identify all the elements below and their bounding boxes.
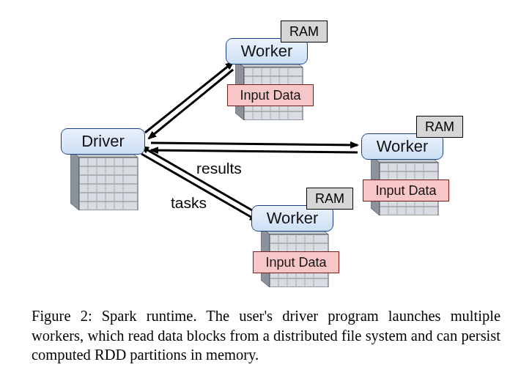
svg-line-0 bbox=[145, 62, 233, 133]
ram-box: RAM bbox=[281, 21, 328, 42]
input-data-box: Input Data bbox=[227, 84, 314, 106]
ram-box: RAM bbox=[416, 116, 463, 138]
svg-line-3 bbox=[151, 150, 358, 152]
edge-label-results: results bbox=[196, 160, 242, 177]
figure-caption: Figure 2: Spark runtime. The user's driv… bbox=[32, 306, 500, 365]
canvas: Driver bbox=[0, 7, 532, 392]
input-data-box: Input Data bbox=[363, 180, 449, 201]
edge-label-tasks: tasks bbox=[171, 194, 207, 212]
input-data-box: Input Data bbox=[253, 251, 339, 273]
spark-runtime-diagram: Driver bbox=[32, 7, 500, 293]
driver-label: Driver bbox=[61, 128, 145, 155]
ram-box: RAM bbox=[306, 188, 353, 210]
svg-line-1 bbox=[149, 70, 233, 138]
svg-line-2 bbox=[151, 143, 358, 145]
